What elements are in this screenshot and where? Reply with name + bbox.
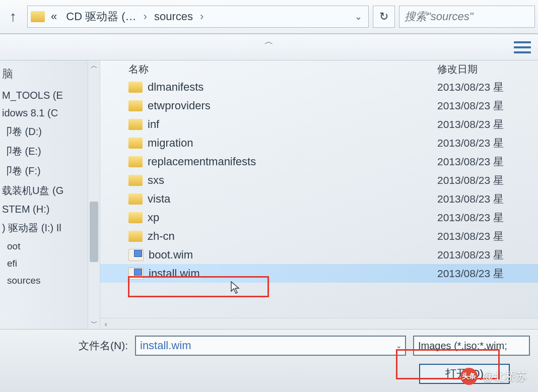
refresh-icon: ↻ — [379, 10, 388, 23]
folder-icon — [128, 100, 143, 111]
file-name: boot.wim — [149, 248, 193, 262]
file-name: inf — [148, 118, 159, 131]
file-row[interactable]: dlmanifests2013/08/23 星 — [100, 78, 538, 96]
nav-item[interactable]: 卩卷 (D:) — [0, 122, 88, 142]
nav-item[interactable]: oot — [0, 238, 88, 255]
file-date: 2013/08/23 星 — [437, 192, 538, 206]
nav-scrollbar[interactable]: ︿ ﹀ — [88, 60, 100, 329]
wim-file-icon — [128, 249, 144, 261]
file-name: dlmanifests — [148, 81, 204, 94]
chevron-down-icon[interactable]: ﹀ — [88, 319, 100, 328]
column-headers[interactable]: 名称 修改日期 — [100, 60, 538, 78]
file-name-cell: zh-cn — [128, 230, 437, 243]
file-date: 2013/08/23 星 — [437, 267, 538, 281]
chevron-up-icon[interactable]: ︿ — [88, 61, 100, 71]
folder-icon — [128, 82, 143, 93]
column-name[interactable]: 名称 — [128, 62, 437, 76]
nav-tree[interactable]: 脑 M_TOOLS (E idows 8.1 (C 卩卷 (D:) 卩卷 (E:… — [0, 60, 88, 329]
search-placeholder: 搜索"sources" — [405, 9, 474, 24]
file-name: zh-cn — [148, 230, 175, 243]
file-name: install.wim — [149, 267, 199, 280]
folder-icon — [31, 11, 45, 22]
file-name-cell: migration — [128, 137, 437, 150]
chevron-right-icon: › — [143, 10, 148, 23]
file-name: replacementmanifests — [148, 155, 256, 168]
file-name-cell: vista — [128, 192, 437, 206]
file-row[interactable]: boot.wim2013/08/23 星 — [100, 245, 538, 264]
breadcrumb-prefix: « — [48, 10, 60, 23]
nav-item[interactable]: M_TOOLS (E — [0, 87, 88, 104]
file-date: 2013/08/23 星 — [437, 136, 538, 150]
file-date: 2013/08/23 星 — [437, 211, 538, 225]
dialog-body: 脑 M_TOOLS (E idows 8.1 (C 卩卷 (D:) 卩卷 (E:… — [0, 60, 538, 329]
file-date: 2013/08/23 星 — [437, 173, 538, 187]
file-open-dialog: ↑ « CD 驱动器 (… › sources › ⌄ ↻ 搜索"sources… — [0, 0, 538, 392]
nav-item[interactable]: idows 8.1 (C — [0, 104, 88, 122]
nav-item[interactable]: ) 驱动器 (I:) Il — [0, 218, 88, 238]
filter-label: Images (*.iso;*.wim; — [418, 340, 507, 352]
file-name-cell: etwproviders — [128, 99, 437, 112]
nav-item[interactable]: 卩卷 (E:) — [0, 142, 88, 161]
nav-item[interactable]: 载装机U盘 (G — [0, 181, 88, 201]
filename-combo[interactable]: install.wim ⌄ — [135, 336, 406, 356]
file-date: 2013/08/23 星 — [437, 248, 538, 262]
file-row[interactable]: migration2013/08/23 星 — [100, 134, 538, 152]
folder-icon — [128, 231, 143, 242]
up-one-level-button[interactable]: ↑ — [3, 7, 23, 27]
nav-item[interactable]: efi — [0, 255, 88, 272]
file-row[interactable]: install.wim2013/08/23 星 — [100, 264, 538, 283]
search-input[interactable]: 搜索"sources" — [399, 6, 535, 28]
folder-icon — [128, 212, 143, 223]
file-date: 2013/08/23 星 — [437, 155, 538, 169]
file-name-cell: inf — [128, 118, 437, 131]
file-name: xp — [148, 211, 159, 224]
source-watermark: 头条 @北桥苏 — [460, 368, 527, 385]
filename-value: install.wim — [140, 339, 191, 352]
file-name-cell: sxs — [128, 174, 437, 187]
folder-icon — [128, 119, 143, 130]
file-list[interactable]: dlmanifests2013/08/23 星etwproviders2013/… — [100, 78, 538, 318]
dialog-footer: 文件名(N): install.wim ⌄ Images (*.iso;*.wi… — [0, 329, 538, 392]
file-name-cell: boot.wim — [128, 248, 437, 262]
chevron-up-icon[interactable]: ︿ — [264, 35, 274, 47]
chevron-down-icon[interactable]: ⌄ — [352, 11, 365, 22]
file-row[interactable]: sxs2013/08/23 星 — [100, 171, 538, 189]
chevron-right-icon: › — [199, 10, 205, 23]
file-date: 2013/08/23 星 — [437, 117, 538, 132]
chevron-down-icon[interactable]: ⌄ — [396, 342, 402, 350]
scroll-thumb[interactable] — [90, 202, 98, 262]
file-date: 2013/08/23 星 — [437, 99, 538, 113]
folder-icon — [128, 156, 143, 167]
chevron-left-icon[interactable]: ‹ — [100, 320, 111, 328]
content-scrollbar[interactable]: ‹ — [100, 318, 538, 329]
breadcrumb-folder[interactable]: sources — [151, 10, 196, 23]
file-name-cell: replacementmanifests — [128, 155, 437, 168]
folder-icon — [128, 175, 143, 186]
nav-item[interactable]: sources — [0, 272, 88, 289]
breadcrumb-bar[interactable]: « CD 驱动器 (… › sources › ⌄ — [27, 6, 369, 28]
refresh-button[interactable]: ↻ — [373, 6, 395, 28]
file-row[interactable]: etwproviders2013/08/23 星 — [100, 96, 538, 115]
nav-section-header: 脑 — [0, 64, 88, 87]
nav-item[interactable]: 卩卷 (F:) — [0, 161, 88, 181]
file-date: 2013/08/23 星 — [437, 229, 538, 243]
file-name-cell: dlmanifests — [128, 81, 437, 94]
file-list-pane: 名称 修改日期 dlmanifests2013/08/23 星etwprovid… — [100, 60, 538, 329]
file-date: 2013/08/23 星 — [437, 80, 538, 94]
nav-item[interactable]: STEM (H:) — [0, 201, 88, 218]
file-name-cell: xp — [128, 211, 437, 224]
breadcrumb-drive[interactable]: CD 驱动器 (… — [63, 9, 139, 24]
file-row[interactable]: replacementmanifests2013/08/23 星 — [100, 152, 538, 171]
file-name: vista — [148, 192, 170, 206]
details-view-icon[interactable] — [514, 41, 531, 53]
watermark-badge: 头条 — [460, 368, 478, 385]
file-row[interactable]: inf2013/08/23 星 — [100, 115, 538, 134]
folder-icon — [128, 138, 143, 149]
file-type-filter[interactable]: Images (*.iso;*.wim; — [413, 336, 530, 356]
column-modified[interactable]: 修改日期 — [437, 62, 538, 76]
file-row[interactable]: vista2013/08/23 星 — [100, 189, 538, 208]
watermark-text: @北桥苏 — [483, 369, 527, 384]
file-row[interactable]: xp2013/08/23 星 — [100, 208, 538, 227]
address-toolbar: ↑ « CD 驱动器 (… › sources › ⌄ ↻ 搜索"sources… — [0, 0, 538, 34]
file-row[interactable]: zh-cn2013/08/23 星 — [100, 227, 538, 245]
